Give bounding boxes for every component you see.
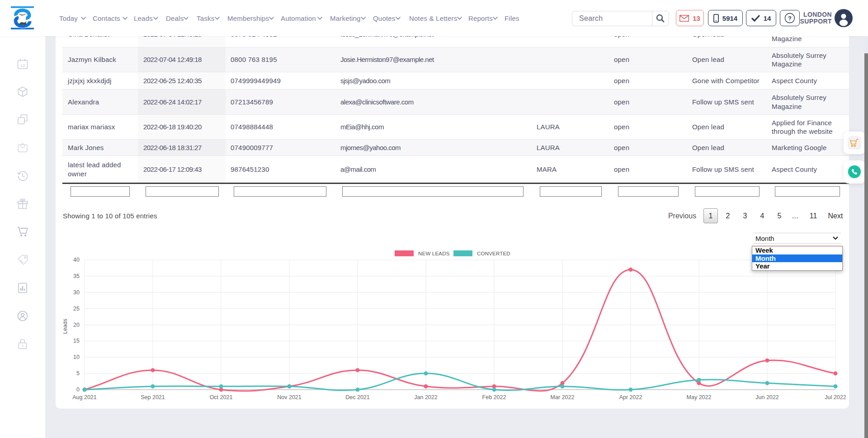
svg-text:10: 10 <box>73 354 80 360</box>
svg-text:12: 12 <box>20 63 25 68</box>
svg-text:Leads: Leads <box>63 319 68 334</box>
svg-text:35: 35 <box>73 273 80 279</box>
svg-text:?: ? <box>788 15 792 22</box>
svg-text:30: 30 <box>73 289 80 296</box>
svg-text:Aug 2021: Aug 2021 <box>72 394 97 400</box>
svg-text:Feb 2022: Feb 2022 <box>482 394 506 400</box>
svg-text:May 2022: May 2022 <box>687 394 712 400</box>
svg-text:Mar 2022: Mar 2022 <box>551 394 575 400</box>
svg-text:CONVERTED: CONVERTED <box>477 251 510 256</box>
svg-text:NEW LEADS: NEW LEADS <box>418 251 450 256</box>
svg-text:Nov 2021: Nov 2021 <box>277 394 302 400</box>
svg-text:Oct 2021: Oct 2021 <box>210 394 233 400</box>
svg-text:Jul 2022: Jul 2022 <box>825 394 846 400</box>
svg-text:Apr 2022: Apr 2022 <box>619 394 642 400</box>
svg-text:0: 0 <box>76 386 80 393</box>
svg-text:Jun 2022: Jun 2022 <box>755 394 778 400</box>
svg-text:20: 20 <box>73 322 80 328</box>
svg-text:Sep 2021: Sep 2021 <box>141 394 165 400</box>
svg-text:Jan 2022: Jan 2022 <box>414 394 437 400</box>
svg-text:40: 40 <box>73 257 80 263</box>
svg-text:25: 25 <box>73 306 80 312</box>
svg-text:Dec 2021: Dec 2021 <box>345 394 370 400</box>
svg-text:15: 15 <box>73 338 80 344</box>
svg-text:5: 5 <box>76 370 80 377</box>
